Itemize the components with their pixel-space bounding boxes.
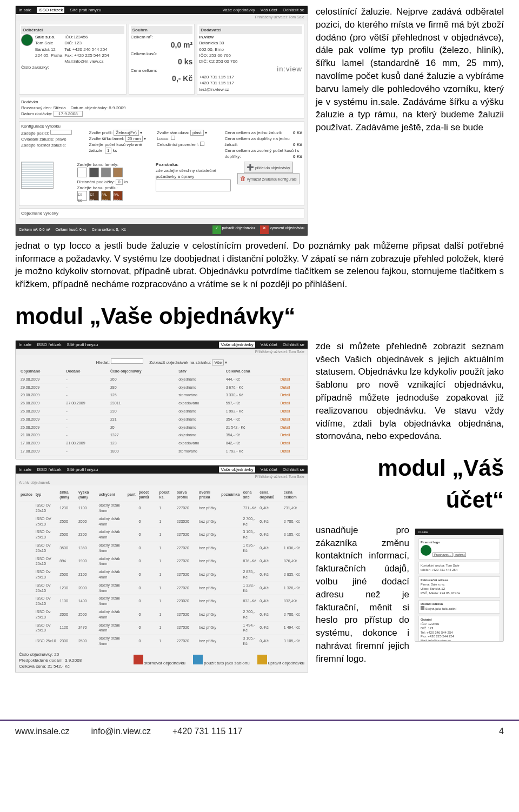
lamely-swatch[interactable]: [89, 168, 99, 177]
souhrn-cena-label: Cena celkem:: [131, 68, 157, 73]
cell: ISSO OV 25x10: [34, 515, 58, 528]
detail-link[interactable]: Detail: [279, 415, 304, 423]
cell: [19, 502, 34, 515]
account-delivery-title: Dodací adresa: [421, 602, 443, 605]
cell: 1: [158, 568, 175, 582]
cell: [219, 555, 241, 568]
template-button[interactable]: použít tuto jako šablonu: [193, 655, 250, 666]
datum-obj: Datum objednávky: 8.9.2009: [71, 105, 126, 110]
tab-isso[interactable]: ISSO řetízek: [37, 467, 61, 472]
dodavatel-addr2: 602 00, Brno: [199, 47, 224, 52]
upload-button[interactable]: nahrát: [454, 553, 466, 557]
nav-orders[interactable]: Vaše objednávky: [222, 7, 255, 13]
account-logo-title: Firemní logo: [421, 541, 440, 544]
locco-checkbox[interactable]: [171, 136, 175, 140]
lamely-swatch[interactable]: [77, 168, 87, 177]
rozmer-label: Zadejte rozměr žaluzie:: [21, 143, 66, 148]
cell: otočný držák 4mm: [97, 568, 125, 582]
detail-link[interactable]: Detail: [279, 447, 304, 455]
cancel-order-button[interactable]: ✕ vymazat objednávku: [260, 225, 304, 234]
account-contact: Kontaktní osoba: Tom Sale: [421, 564, 498, 568]
brand: in.sale: [19, 342, 31, 348]
table-row: ISSO Ov 25x1025002100otočný držák 4mm012…: [19, 568, 304, 582]
cell: -: [64, 375, 108, 383]
cancel-label: vymazat objednávku: [270, 226, 304, 230]
pocet-input[interactable]: 1: [105, 148, 111, 154]
confirm-order-button[interactable]: ✓ potvrdit objednávku: [212, 225, 255, 234]
odberatel-fax: Fax: +420 225 544 254: [64, 53, 109, 58]
add-to-order-button[interactable]: ➕ přidat do objednávky: [244, 162, 293, 173]
cell: 1800: [109, 447, 177, 455]
distanc-label: Distanční podložky:: [77, 179, 115, 184]
clear-config-button[interactable]: 🗑 vymazat zvolenou konfiguraci: [237, 173, 300, 184]
detail-link[interactable]: Detail: [279, 375, 304, 383]
cell: objednáno: [177, 375, 224, 383]
nav-account[interactable]: Váš účet: [261, 467, 277, 472]
cell: 2 700,-Kč: [282, 608, 304, 621]
tab-site[interactable]: Sítě proti hmyzu: [70, 7, 101, 13]
tab-isso[interactable]: ISSO řetízek: [37, 342, 61, 348]
pozice-input[interactable]: [50, 130, 72, 135]
lamely-swatch[interactable]: [113, 168, 123, 177]
profil-swatch[interactable]: RAL 8003: [101, 191, 111, 201]
datum-dod-input[interactable]: 17.9.2008: [54, 111, 83, 117]
tab-site[interactable]: Sítě proti hmyzu: [66, 467, 98, 472]
cell: [126, 608, 137, 621]
nav-orders[interactable]: Vaše objednávky: [219, 467, 255, 472]
souhrn-cena: 0,- Kč: [131, 74, 192, 84]
dodavka-title: Dodávka: [21, 99, 302, 105]
cell: 223020: [175, 595, 197, 608]
cell: bez příčky: [197, 621, 219, 635]
edit-button[interactable]: upravit objednávku: [257, 655, 304, 666]
detail-link[interactable]: Detail: [279, 383, 304, 391]
breadcrumb-archive[interactable]: Archiv objednávek: [16, 480, 308, 485]
nav-logout[interactable]: Odhlásit se: [283, 7, 304, 13]
perpage-select[interactable]: Vše: [212, 360, 224, 365]
nav-logout[interactable]: Odhlásit se: [283, 342, 304, 348]
search-input[interactable]: [111, 358, 143, 364]
detail-link[interactable]: Detail: [279, 440, 304, 448]
dodavatel-name: in.view: [199, 35, 214, 39]
detail-link[interactable]: Detail: [279, 423, 304, 431]
cell: ISSO Ov 25x10: [34, 581, 58, 595]
detail-link[interactable]: Detail: [279, 431, 304, 440]
summary-order-no: Číslo objednávky: 20: [19, 651, 82, 657]
profil-select[interactable]: Železo(Fe): [114, 130, 139, 136]
cell: -: [64, 447, 108, 455]
nav-account[interactable]: Váš účet: [261, 342, 277, 348]
cell: [219, 621, 241, 635]
page-footer: www.insale.cz info@in.view.cz +420 731 1…: [0, 720, 519, 742]
cell: 1900: [77, 555, 97, 568]
cell: 1: [158, 581, 175, 595]
nav-account[interactable]: Váš účet: [261, 7, 277, 13]
ram-select[interactable]: plast: [190, 130, 204, 136]
nav-orders[interactable]: Vaše objednávky: [219, 342, 255, 348]
logged-user: Přihlášený uživatel: Tom Sale: [16, 14, 308, 21]
footer-mail: info@in.view.cz: [91, 726, 151, 737]
cell: 1: [158, 515, 175, 528]
odberatel-tel: Tel: +420 246 544 254: [64, 47, 107, 52]
distanc-input[interactable]: 0: [116, 179, 122, 185]
profil-swatch[interactable]: RAL 8004: [113, 191, 123, 201]
detail-link[interactable]: Detail: [279, 408, 304, 416]
lamela-select[interactable]: 25 mm: [125, 136, 143, 142]
celost-checkbox[interactable]: [200, 142, 204, 146]
cell: expedováno: [177, 440, 224, 448]
detail-col: počet ks.: [158, 489, 175, 502]
poznamka-textarea[interactable]: [156, 179, 231, 191]
detail-link[interactable]: Detail: [279, 391, 304, 400]
tab-isso[interactable]: ISSO řetízek: [37, 7, 64, 13]
cell: 17.08.2009: [19, 447, 64, 455]
detail-link[interactable]: Detail: [279, 400, 304, 408]
lamely-swatch[interactable]: [101, 168, 111, 177]
cell: 2000: [58, 608, 77, 621]
profil-swatch[interactable]: 227 020: [77, 191, 87, 201]
nav-logout[interactable]: Odhlásit se: [283, 467, 304, 472]
cell: 3 676,- Kč: [224, 383, 279, 391]
storno-button[interactable]: stornovat objednávku: [134, 655, 185, 666]
profil-swatch[interactable]: 227 025: [89, 191, 99, 201]
tab-site[interactable]: Sítě proti hmyzu: [66, 342, 98, 348]
same-checkbox[interactable]: [421, 606, 424, 610]
browse-button[interactable]: Procházet...: [432, 553, 453, 557]
cell: 227020: [175, 568, 197, 582]
